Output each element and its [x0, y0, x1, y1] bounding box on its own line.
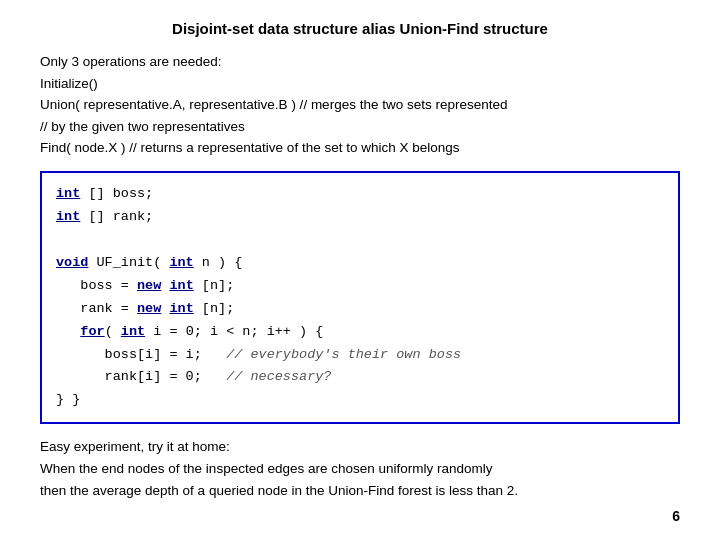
code-line-blank — [56, 229, 664, 252]
code-text-6c: i = 0; i < n; i++ ) { — [145, 324, 323, 339]
code-line-3: void UF_init( int n ) { — [56, 252, 664, 275]
code-line-4: boss = new int [n]; — [56, 275, 664, 298]
code-comment-2: // necessary? — [226, 369, 331, 384]
code-block: int [] boss; int [] rank; void UF_init( … — [40, 171, 680, 424]
code-line-5: rank = new int [n]; — [56, 298, 664, 321]
code-text-2: [] rank; — [80, 209, 153, 224]
kw-int-1: int — [56, 186, 80, 201]
code-text-5a: rank = — [56, 301, 137, 316]
code-text-5c: [n]; — [194, 301, 235, 316]
kw-int-3: int — [169, 255, 193, 270]
code-line-1: int [] boss; — [56, 183, 664, 206]
code-text-3b: n ) { — [194, 255, 243, 270]
code-text-4c: [n]; — [194, 278, 235, 293]
code-text-7a: boss[i] = i; — [56, 347, 226, 362]
code-text-9: } } — [56, 392, 80, 407]
title: Disjoint-set data structure alias Union-… — [40, 20, 680, 37]
outro-line1: Easy experiment, try it at home: — [40, 436, 680, 458]
kw-int-5: int — [169, 301, 193, 316]
intro-line1: Only 3 operations are needed: — [40, 51, 680, 73]
code-comment-1: // everybody's their own boss — [226, 347, 461, 362]
code-line-2: int [] rank; — [56, 206, 664, 229]
code-text-6b: ( — [105, 324, 121, 339]
code-line-9: } } — [56, 389, 664, 412]
code-line-6: for( int i = 0; i < n; i++ ) { — [56, 321, 664, 344]
page-number: 6 — [672, 508, 680, 524]
kw-void: void — [56, 255, 88, 270]
intro-line2: Initialize() — [40, 73, 680, 95]
code-text-3: UF_init( — [88, 255, 169, 270]
kw-new-2: new — [137, 301, 161, 316]
outro-section: Easy experiment, try it at home: When th… — [40, 436, 680, 501]
intro-line4: // by the given two representatives — [40, 116, 680, 138]
kw-int-6: int — [121, 324, 145, 339]
outro-line2: When the end nodes of the inspected edge… — [40, 458, 680, 480]
outro-line3: then the average depth of a queried node… — [40, 480, 680, 502]
kw-for: for — [80, 324, 104, 339]
code-line-8: rank[i] = 0; // necessary? — [56, 366, 664, 389]
code-text-6a — [56, 324, 80, 339]
code-text-1: [] boss; — [80, 186, 153, 201]
kw-int-2: int — [56, 209, 80, 224]
intro-line5: Find( node.X ) // returns a representati… — [40, 137, 680, 159]
kw-new-1: new — [137, 278, 161, 293]
code-text-8a: rank[i] = 0; — [56, 369, 226, 384]
intro-section: Only 3 operations are needed: Initialize… — [40, 51, 680, 159]
intro-line3: Union( representative.A, representative.… — [40, 94, 680, 116]
code-text-4a: boss = — [56, 278, 137, 293]
code-line-7: boss[i] = i; // everybody's their own bo… — [56, 344, 664, 367]
kw-int-4: int — [169, 278, 193, 293]
